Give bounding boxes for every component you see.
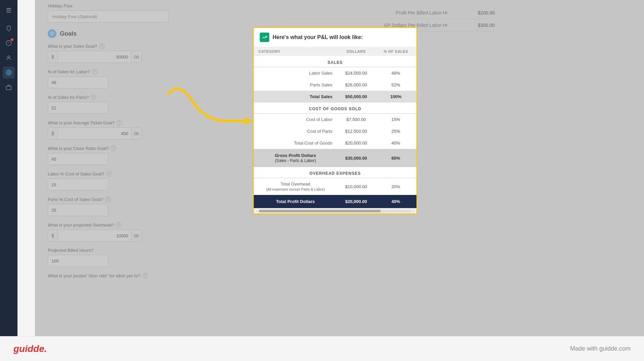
sidebar-icon-chart[interactable] (3, 67, 15, 79)
arrow-annotation (159, 74, 259, 141)
table-row-parts-sales: Parts Sales $26,000.00 52% (254, 79, 416, 91)
modal-scrollbar[interactable]: ‹ › (254, 208, 416, 213)
col-header-category: CATEGORY (254, 47, 337, 56)
col-header-pct: % OF SALES (375, 47, 416, 56)
sidebar-icon-person[interactable] (3, 52, 15, 64)
scrollbar-thumb (259, 210, 381, 212)
table-row-cost-parts: Cost of Parts $12,500.00 25% (254, 125, 416, 137)
overhead-section-header: OVERHEAD EXPENSES (254, 167, 416, 178)
pl-table: CATEGORY DOLLARS % OF SALES SALES Labor … (254, 47, 416, 208)
modal-header-title: Here's what your P&L will look like: (273, 34, 363, 40)
table-header-row: CATEGORY DOLLARS % OF SALES (254, 47, 416, 56)
hamburger-menu-button[interactable]: ☰ (3, 4, 14, 17)
sidebar: ☰ (0, 0, 17, 361)
table-row-total-sales: Total Sales $50,000.00 100% (254, 91, 416, 103)
cogs-section-header: COST OF GOODS SOLD (254, 103, 416, 113)
scroll-right-arrow[interactable]: › (411, 209, 415, 213)
scroll-left-arrow[interactable]: ‹ (255, 209, 259, 213)
svg-point-3 (8, 56, 10, 58)
table-row-total-cogs: Total Cost of Goods $20,000.00 40% (254, 137, 416, 149)
modal-header: Here's what your P&L will look like: (254, 28, 416, 47)
table-row-total-overhead: Total Overhead (All expenses except Part… (254, 178, 416, 195)
table-row-total-profit: Total Profit Dollars $20,000.00 40% (254, 195, 416, 208)
svg-rect-6 (6, 86, 11, 90)
sidebar-icon-shield[interactable] (3, 22, 15, 34)
sidebar-icon-briefcase[interactable] (3, 81, 15, 93)
guidde-logo: guidde. (13, 344, 47, 354)
sidebar-icon-alert[interactable] (3, 37, 15, 49)
table-row-gross-profit: Gross Profit Dollars (Sales - Parts & La… (254, 149, 416, 167)
table-row-cost-labor: Cost of Labor $7,500.00 15% (254, 114, 416, 125)
scrollbar-track[interactable] (259, 210, 411, 212)
svg-marker-11 (244, 117, 253, 125)
sales-section-header: SALES (254, 56, 416, 67)
svg-point-5 (8, 72, 10, 74)
guidde-tagline: Made with guidde.com (570, 345, 631, 352)
svg-point-4 (6, 70, 11, 75)
modal-header-icon (260, 33, 269, 42)
bottom-bar: guidde. Made with guidde.com (0, 336, 644, 361)
pl-modal: Here's what your P&L will look like: CAT… (253, 27, 417, 214)
col-header-dollars: DOLLARS (337, 47, 375, 56)
main-content: Holiday Four: Goals What is your Sales G… (17, 0, 644, 336)
table-row-labor-sales: Labor Sales $24,000.00 48% (254, 67, 416, 79)
